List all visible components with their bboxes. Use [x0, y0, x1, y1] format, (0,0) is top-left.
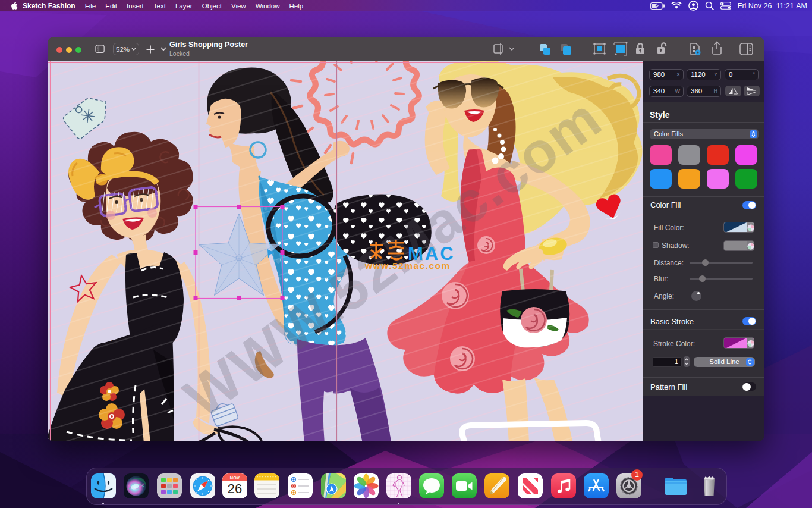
svg-text:NOV: NOV: [230, 475, 240, 481]
svg-text:26: 26: [228, 481, 242, 496]
svg-text:www.52mac.com: www.52mac.com: [364, 261, 451, 271]
